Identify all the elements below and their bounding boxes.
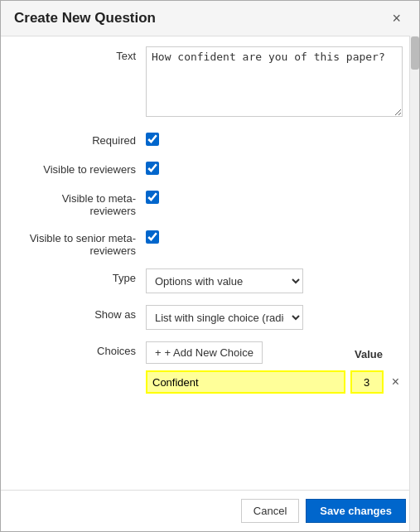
value-header: Value — [355, 348, 403, 360]
choices-row: Choices + + Add New Choice Value — [17, 341, 403, 394]
show-as-label: Show as — [17, 305, 146, 321]
type-control: Options with value Text Number Checkbox — [146, 268, 403, 293]
choice-text-input[interactable] — [146, 370, 345, 394]
modal-dialog: Create New Question × Text How confident… — [0, 0, 420, 532]
choices-label: Choices — [17, 341, 146, 357]
type-label: Type — [17, 268, 146, 284]
cancel-button[interactable]: Cancel — [241, 499, 299, 523]
modal-footer: Cancel Save changes — [1, 490, 419, 531]
visible-reviewers-label: Visible to reviewers — [17, 160, 146, 176]
scrollbar-track[interactable] — [409, 36, 419, 531]
choices-area: + + Add New Choice Value × — [146, 341, 403, 394]
visible-reviewers-checkbox[interactable] — [146, 162, 159, 175]
required-checkbox[interactable] — [146, 133, 159, 146]
plus-icon: + — [155, 346, 162, 359]
required-control — [146, 131, 403, 148]
visible-meta-label: Visible to meta-reviewers — [17, 189, 146, 217]
visible-meta-checkbox[interactable] — [146, 191, 159, 204]
text-control: How confident are you of this paper? — [146, 46, 403, 119]
visible-reviewers-row: Visible to reviewers — [17, 160, 403, 177]
show-as-control: List with single choice (radio l Dropdow… — [146, 305, 403, 330]
delete-choice-button[interactable]: × — [389, 375, 403, 389]
visible-senior-label: Visible to senior meta-reviewers — [17, 229, 146, 257]
modal-body: Text How confident are you of this paper… — [1, 36, 419, 490]
add-choice-button[interactable]: + + Add New Choice — [146, 341, 263, 364]
show-as-select[interactable]: List with single choice (radio l Dropdow… — [146, 305, 303, 330]
add-choice-label: + Add New Choice — [165, 346, 253, 359]
close-button[interactable]: × — [387, 9, 406, 27]
visible-reviewers-control — [146, 160, 403, 177]
type-select[interactable]: Options with value Text Number Checkbox — [146, 268, 303, 293]
text-row: Text How confident are you of this paper… — [17, 46, 403, 119]
visible-senior-row: Visible to senior meta-reviewers — [17, 229, 403, 257]
modal-title: Create New Question — [14, 10, 156, 27]
text-label: Text — [17, 46, 146, 62]
save-button[interactable]: Save changes — [306, 499, 406, 523]
choice-value-input[interactable] — [350, 370, 384, 394]
choices-header-row: + + Add New Choice Value — [146, 341, 403, 364]
show-as-row: Show as List with single choice (radio l… — [17, 305, 403, 330]
visible-senior-checkbox[interactable] — [146, 230, 159, 244]
visible-senior-control — [146, 229, 403, 246]
choice-row: × — [146, 370, 403, 394]
visible-meta-control — [146, 189, 403, 206]
modal-header: Create New Question × — [1, 1, 419, 36]
required-row: Required — [17, 131, 403, 148]
type-row: Type Options with value Text Number Chec… — [17, 268, 403, 293]
scrollbar-thumb — [411, 36, 419, 70]
visible-meta-row: Visible to meta-reviewers — [17, 189, 403, 217]
text-textarea[interactable]: How confident are you of this paper? — [146, 46, 403, 117]
required-label: Required — [17, 131, 146, 147]
choices-control: + + Add New Choice Value × — [146, 341, 403, 394]
